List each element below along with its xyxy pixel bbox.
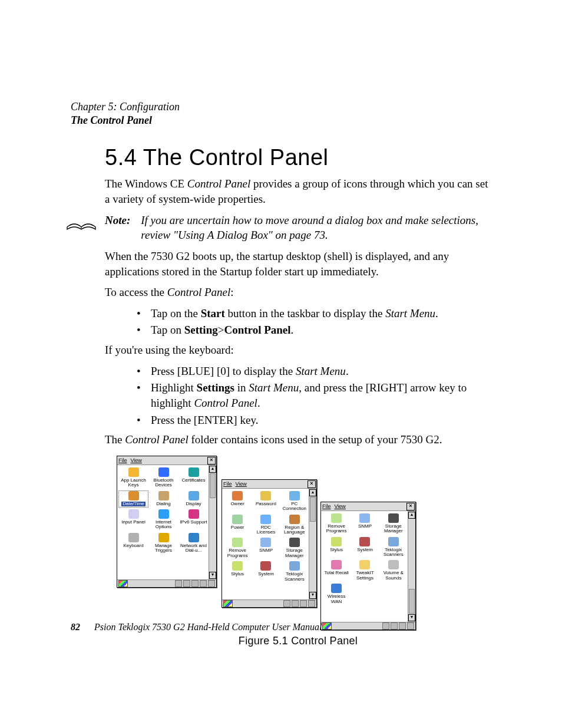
cp-icon[interactable]: Remove Programs [223, 537, 252, 559]
scroll-thumb[interactable] [210, 473, 216, 498]
bluetooth-icon [158, 467, 169, 477]
scroll-down-icon[interactable]: ▼ [408, 614, 415, 621]
cp-icon[interactable]: App Launch Keys [118, 467, 148, 489]
icon-grid-3: Remove Programs SNMP Storage Manager Sty… [322, 513, 408, 605]
display-icon [189, 491, 199, 500]
list-item: Tap on Setting>Control Panel. [137, 322, 491, 338]
system-icon [359, 537, 370, 546]
scroll-down-icon[interactable]: ▼ [209, 572, 216, 579]
start-button[interactable] [322, 622, 332, 630]
note-block: Note: If you are uncertain how to move a… [66, 213, 491, 243]
cp-icon[interactable]: Stylus [322, 536, 351, 559]
cp-icon[interactable]: Display [178, 490, 209, 508]
cp-icon[interactable]: Input Panel [118, 509, 148, 531]
view-menu[interactable]: View [131, 457, 142, 464]
scrollbar[interactable]: ▲ ▼ [309, 489, 316, 599]
cp-icon[interactable]: Power [223, 514, 252, 536]
cp-icon[interactable]: Internet Options [148, 509, 178, 531]
ipv6-icon [189, 509, 199, 519]
stylus-icon [331, 537, 342, 546]
cp-icon[interactable]: Total Recall [322, 559, 351, 582]
cp-icon[interactable]: Teklogix Scanners [280, 561, 309, 583]
menubar: File View × [222, 480, 316, 489]
icon-grid-2: Owner Password PC Connection Power RDC L… [223, 490, 309, 583]
view-menu[interactable]: View [236, 480, 247, 487]
scrollbar[interactable]: ▲ ▼ [408, 511, 415, 622]
cp-icon[interactable]: System [351, 536, 379, 559]
network-icon [189, 533, 199, 542]
view-menu[interactable]: View [335, 503, 346, 510]
list-item: Press [BLUE] [0] to display the Start Me… [137, 364, 491, 379]
system-tray [283, 600, 315, 607]
cp-icon[interactable]: Network and Dial-u... [178, 532, 209, 555]
control-panel-window-1: File View × App Launch Keys Bluetooth De… [117, 456, 217, 588]
cp-icon[interactable]: Owner [223, 490, 252, 513]
scroll-down-icon[interactable]: ▼ [309, 592, 316, 599]
cp-icon[interactable]: Teklogix Scanners [379, 536, 408, 559]
section-line: The Control Panel [71, 114, 180, 127]
cp-icon[interactable]: Storage Manager [379, 513, 408, 535]
list-item: Highlight Settings in Start Menu, and pr… [137, 380, 491, 410]
start-button[interactable] [118, 580, 128, 587]
input-panel-icon [128, 509, 139, 519]
snmp-icon [359, 513, 370, 523]
close-button[interactable]: × [406, 503, 415, 510]
stylus-icon [232, 561, 243, 571]
cp-icon[interactable]: Bluetooth Devices [148, 467, 178, 489]
cp-icon[interactable]: Region & Language [280, 514, 309, 536]
cp-icon[interactable]: Remove Programs [322, 513, 351, 535]
keyboard-icon [128, 533, 139, 542]
file-menu[interactable]: File [118, 457, 127, 464]
cp-icon[interactable]: Manage Triggers [148, 532, 178, 555]
close-button[interactable]: × [207, 457, 216, 465]
cp-icon[interactable]: Volume & Sounds [379, 559, 408, 582]
clock-icon [128, 491, 139, 500]
intro-paragraph: The Windows CE Control Panel provides a … [105, 176, 491, 206]
cp-icon[interactable]: SNMP [252, 537, 280, 559]
cp-icon[interactable]: SNMP [351, 513, 379, 535]
cp-icon[interactable]: Stylus [223, 561, 252, 583]
cp-icon[interactable]: PC Connection [280, 490, 309, 513]
note-body: If you are uncertain how to move around … [141, 213, 491, 243]
taskbar [117, 579, 216, 587]
cp-icon[interactable]: IPv6 Support [178, 509, 209, 531]
password-icon [260, 491, 271, 500]
cp-icon[interactable]: System [252, 561, 280, 583]
scrollbar[interactable]: ▲ ▼ [209, 465, 216, 579]
cp-icon[interactable]: Dialing [148, 490, 178, 508]
wireless-icon [331, 584, 342, 593]
cp-icon[interactable]: Storage Manager [280, 537, 309, 559]
cp-icon[interactable]: Date/Time [118, 490, 148, 508]
scroll-up-icon[interactable]: ▲ [408, 512, 415, 519]
file-menu[interactable]: File [223, 480, 232, 487]
cp-icon[interactable]: Password [252, 490, 280, 513]
control-panel-window-3: File View × Remove Programs SNMP Storage… [320, 502, 416, 630]
system-tray [175, 580, 215, 587]
cp-icon[interactable]: Certificates [178, 467, 209, 489]
scroll-up-icon[interactable]: ▲ [209, 466, 216, 473]
scroll-thumb[interactable] [409, 589, 415, 614]
certificate-icon [189, 467, 199, 477]
file-menu[interactable]: File [322, 503, 331, 510]
start-button[interactable] [223, 600, 233, 607]
rdc-icon [260, 515, 271, 524]
close-button[interactable]: × [308, 480, 316, 488]
taskbar [321, 622, 415, 630]
scroll-thumb[interactable] [310, 497, 316, 522]
system-tray [382, 622, 414, 630]
keyboard-paragraph: If you're using the keyboard: [105, 342, 491, 358]
list-item: Press the [ENTER] key. [137, 413, 491, 428]
scanner-icon [388, 537, 399, 546]
owner-icon [232, 491, 243, 500]
cp-icon[interactable]: RDC Licenses [252, 514, 280, 536]
cp-icon[interactable]: Keyboard [118, 532, 148, 555]
storage-icon [289, 538, 300, 547]
control-panel-window-2: File View × Owner Password PC Connection… [222, 479, 317, 608]
scroll-up-icon[interactable]: ▲ [309, 489, 316, 496]
cp-icon[interactable]: TweakIT Settings [351, 559, 379, 582]
cp-icon[interactable]: Wireless WAN [322, 583, 351, 605]
book-icon [66, 214, 97, 233]
page-title: 5.4 The Control Panel [105, 143, 491, 173]
chapter-line: Chapter 5: Configuration [71, 100, 180, 114]
folder-paragraph: The Control Panel folder contains icons … [105, 432, 491, 447]
